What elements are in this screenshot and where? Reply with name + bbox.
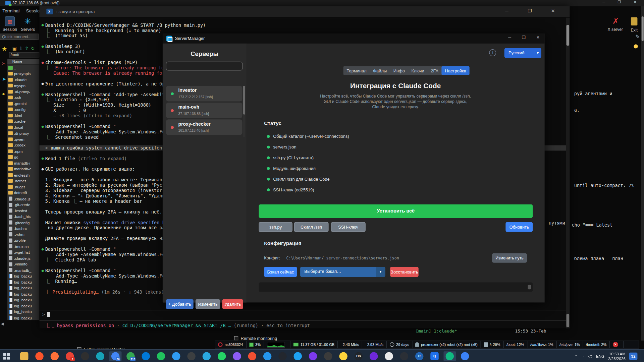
server-card-proxy-checker[interactable]: proxy-checker161.97.118.40 [ssh] xyxy=(166,119,243,135)
network-icon[interactable]: ▭ xyxy=(581,354,584,358)
file-row[interactable]: .nuget xyxy=(7,184,40,190)
pencil-icon[interactable]: ✎ xyxy=(635,34,640,40)
servers-button[interactable]: Servers xyxy=(20,16,36,32)
change-path-button[interactable]: Изменить путь xyxy=(492,253,527,263)
close-icon[interactable]: ✕ xyxy=(536,35,540,40)
file-row[interactable]: .npm xyxy=(7,148,40,154)
taskbar-icon-dark-app-2[interactable] xyxy=(185,351,198,361)
file-row[interactable]: log_backu xyxy=(7,297,40,303)
tab-2fa[interactable]: 2FA xyxy=(427,66,441,75)
file-row[interactable]: log_backu xyxy=(7,273,40,279)
taskbar-icon-notepad[interactable] xyxy=(94,351,106,361)
background-terminal-scrollbar[interactable] xyxy=(641,6,644,341)
file-row[interactable]: .kimi xyxy=(7,113,40,119)
install-all-button[interactable]: Установить всё xyxy=(259,204,533,218)
terminal-scrollbar[interactable] xyxy=(566,18,570,328)
taskbar-icon-folder[interactable] xyxy=(18,351,31,361)
tab-bar[interactable]: ТерминалФайлыИнфоКлючи2FAНастройка xyxy=(343,66,470,75)
taskbar-clock[interactable]: 10:53 AM2/23/2026 xyxy=(608,352,626,361)
file-row[interactable]: .zshrc xyxy=(7,232,40,238)
refresh-icon[interactable]: ↻ xyxy=(31,46,35,51)
taskbar-icon-green-terminal[interactable] xyxy=(443,351,456,361)
notification-badge[interactable]: 32 xyxy=(629,352,637,360)
taskbar-icon-firefox[interactable] xyxy=(48,351,61,361)
start-button[interactable] xyxy=(3,353,10,360)
install-sshpy-button[interactable]: ssh.py xyxy=(259,222,292,232)
add-server-button[interactable]: + Добавить xyxy=(166,299,194,309)
edit-server-button[interactable]: Изменить xyxy=(196,299,220,309)
restore-button[interactable]: Восстановить xyxy=(390,267,418,277)
terminal-titlebar[interactable]: · запуск и проверка ─ ❐ ✕ xyxy=(40,6,570,17)
taskbar-icon-dark-app-3[interactable] xyxy=(322,351,334,361)
file-row[interactable]: .ai-proxy- xyxy=(7,88,40,95)
menu-item-terminal[interactable]: Terminal xyxy=(2,8,19,13)
install-skill-button[interactable]: Скилл /ssh xyxy=(294,222,329,232)
file-row[interactable]: dotnet9 xyxy=(7,190,40,196)
taskbar-icon-git-app[interactable] xyxy=(246,351,258,361)
terminal-scrollbar-bottom[interactable] xyxy=(567,314,570,327)
file-row[interactable]: .dotnet xyxy=(7,178,40,184)
file-row[interactable]: log_backu xyxy=(7,291,40,297)
taskbar-icon-chrome-profile-2[interactable]: 26 xyxy=(109,351,122,361)
taskbar-icon-green-app[interactable] xyxy=(155,351,167,361)
file-row[interactable]: .gitconfig xyxy=(7,220,40,226)
file-row[interactable]: endlessh xyxy=(7,172,40,178)
file-row[interactable]: .qwen xyxy=(7,136,40,142)
file-row[interactable]: .claude.js xyxy=(7,196,40,202)
file-row[interactable]: .git-crede xyxy=(7,202,40,208)
taskbar-icon-brave[interactable] xyxy=(33,351,46,361)
sftp-icon[interactable]: ● xyxy=(2,91,5,97)
file-row[interactable]: .claude.js xyxy=(7,255,40,261)
taskbar-icon-chrome-profile-3[interactable]: 715 xyxy=(124,351,137,361)
taskbar-icon-r-app[interactable]: R xyxy=(413,351,426,361)
taskbar-icon-hs-app[interactable]: HS xyxy=(353,351,365,361)
folder-up-icon[interactable]: ▣ xyxy=(12,46,17,51)
file-row[interactable]: log_backu xyxy=(7,279,40,285)
file-row[interactable]: .lesshst xyxy=(7,208,40,214)
tab-файлы[interactable]: Файлы xyxy=(370,66,390,75)
taskbar-icon-docker[interactable] xyxy=(261,351,274,361)
path-input[interactable]: /root/ xyxy=(9,52,40,58)
taskbar-icon-vscode[interactable] xyxy=(170,351,182,361)
file-row[interactable]: .tmux.co xyxy=(7,243,40,249)
servermanager-window-controls[interactable]: ─❐✕ xyxy=(498,35,540,40)
install-sshkey-button[interactable]: SSH-ключ xyxy=(331,222,366,232)
file-row[interactable]: mariadb-c xyxy=(7,166,40,172)
quick-connect-input[interactable]: Quick connect... xyxy=(0,34,39,40)
file-row[interactable]: .local xyxy=(7,124,40,130)
maximize-icon[interactable]: ❐ xyxy=(522,35,526,40)
file-row[interactable]: log_backu xyxy=(7,303,40,309)
file-row[interactable]: .viminfo xyxy=(7,261,40,267)
file-browser-toolbar[interactable]: ▣ ⇩ ⇧ ↻ xyxy=(12,44,40,51)
file-row[interactable]: proxyapis xyxy=(7,71,40,77)
scroll-left-arrow[interactable]: ◀ xyxy=(1,321,4,326)
terminal-scrollbar-thumb[interactable] xyxy=(567,25,570,46)
file-row[interactable]: log_backu xyxy=(7,285,40,291)
terminal-window-controls[interactable]: ─ ❐ ✕ xyxy=(505,8,564,13)
favorites-star-icon[interactable]: ★ xyxy=(2,45,7,53)
background-terminal-scrollbar-thumb[interactable] xyxy=(642,16,644,41)
backup-select-dropdown[interactable]: Выберите бэкап… ▾ xyxy=(300,267,385,277)
taskbar-icon-dark-app-4[interactable] xyxy=(398,351,411,361)
mobaxterm-window-controls[interactable]: ─ ❐ ✕ xyxy=(602,0,642,4)
exit-button[interactable]: Exit xyxy=(626,16,642,33)
file-tree[interactable]: ..proxyapis.claudemyvpn.ai-proxy-.ssh.ge… xyxy=(7,65,40,320)
taskbar-icon-dark-app[interactable] xyxy=(79,351,91,361)
file-row[interactable]: .wget-hst xyxy=(7,249,40,255)
x-server-button[interactable]: X server xyxy=(607,16,624,32)
tab-терминал[interactable]: Терминал xyxy=(343,66,370,75)
info-icon[interactable]: i xyxy=(489,49,496,56)
speaker-icon[interactable]: ◁) xyxy=(588,354,592,358)
tray-chevron-icon[interactable]: ^ xyxy=(575,354,577,358)
taskbar-icon-whatsapp[interactable] xyxy=(216,351,228,361)
refresh-button[interactable]: Обновить xyxy=(505,222,533,232)
taskbar-icon-telegram[interactable] xyxy=(201,351,213,361)
taskbar-icon-chrome-profile-1[interactable]: 2 xyxy=(64,351,76,361)
file-row[interactable]: mariadb-i xyxy=(7,160,40,166)
taskbar-icon-violet-app[interactable] xyxy=(307,351,319,361)
taskbar-icon-edge[interactable] xyxy=(140,351,152,361)
language-dropdown[interactable]: Русский ▾ xyxy=(504,48,541,58)
taskbar-icon-purple-app[interactable] xyxy=(231,351,243,361)
file-row[interactable]: .bash_his xyxy=(7,214,40,220)
session-button[interactable]: Session xyxy=(2,16,18,32)
